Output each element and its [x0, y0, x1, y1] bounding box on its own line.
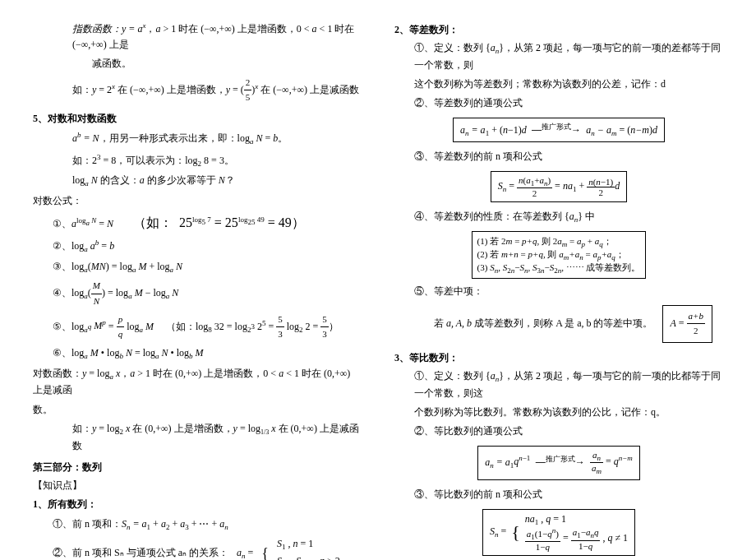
log-fun-desc: 对数函数：y = loga x，a > 1 时在 (0,+∞) 上是增函数，0 …	[33, 366, 362, 399]
seq-1-title: 1、所有数列：	[33, 497, 362, 512]
arith-prop-label: ④、等差数列的性质：在等差数列 {an} 中	[394, 209, 723, 226]
geom-sum-label: ③、等比数列的前 n 项和公式	[394, 487, 723, 502]
log-formula-4: ④、loga(MN) = loga M − loga N	[33, 279, 362, 308]
document-page: 指数函数：y = ax，a > 1 时在 (−∞,+∞) 上是增函数，0 < a…	[33, 16, 723, 560]
arith-def: ①、定义：数列 {an}，从第 2 项起，每一项与它的前一项的差都等于同一个常数…	[394, 40, 723, 73]
arith-mid-label: ⑤、等差中项：	[394, 284, 723, 299]
section-2-title: 2、等差数列：	[394, 23, 723, 37]
exp-fun-desc: 指数函数：y = ax，a > 1 时在 (−∞,+∞) 上是增函数，0 < a…	[33, 20, 362, 53]
log-def-3: loga N 的含义：a 的多少次幂等于 N？	[33, 173, 362, 190]
geom-def-cont: 个数列称为等比数列。常数称为该数列的公比，记作：q。	[394, 405, 723, 420]
log-formula-3: ③、loga(MN) = loga M + loga N	[33, 259, 362, 276]
arith-prop-box: (1) 若 2m = p+q, 则 2am = ap + aq； (2) 若 m…	[394, 231, 723, 280]
log-formula-header: 对数公式：	[33, 193, 362, 209]
left-column: 指数函数：y = ax，a > 1 时在 (−∞,+∞) 上是增函数，0 < a…	[33, 16, 362, 560]
arith-sum-formula: Sn = n(a1+an)2 = na1 + n(n−1)2d	[394, 169, 723, 204]
part-3-title: 第三部分：数列	[33, 460, 362, 474]
seq-1-sum: ①、前 n 项和：Sn = a1 + a2 + a3 + ⋯ + an	[33, 516, 362, 534]
section-3-title: 3、等比数列：	[394, 351, 723, 365]
log-formula-2: ②、loga ab = b	[33, 237, 362, 256]
log-def-1: ab = N，用另一种形式表示出来，即：loga N = b。	[33, 129, 362, 148]
section-5-title: 5、对数和对数函数	[33, 112, 362, 126]
log-def-2: 如：23 = 8，可以表示为：log2 8 = 3。	[33, 151, 362, 170]
arith-general-formula: an = a1 + (n−1)d —推广形式→ an − am = (n−m)d	[394, 116, 723, 143]
exp-fun-desc-cont: 减函数。	[33, 56, 362, 72]
knowledge-label: 【知识点】	[33, 478, 362, 493]
log-formula-5: ⑤、logaq Mp = pq loga M （如：log8 32 = log2…	[33, 312, 362, 342]
log-fun-example: 如：y = log2 x 在 (0,+∞) 上是增函数，y = log1/3 x…	[33, 421, 362, 454]
exp-fun-example: 如：y = 2x 在 (−∞,+∞) 上是增函数，y = (25)x 在 (−∞…	[33, 76, 362, 105]
geom-general-label: ②、等比数列的通项公式	[394, 423, 723, 439]
seq-1-relation-label: ②、前 n 项和 Sₙ 与通项公式 aₙ 的关系：	[53, 545, 228, 560]
arith-general-label: ②、等差数列的通项公式	[394, 95, 723, 111]
geom-sum-formula: Sn = { na1 , q = 1 a1(1−qn)1−q = a1−anq1…	[394, 507, 723, 558]
log-formula-6: ⑥、loga M • logb N = loga N • logb M	[33, 345, 362, 363]
right-column: 2、等差数列： ①、定义：数列 {an}，从第 2 项起，每一项与它的前一项的差…	[394, 16, 723, 560]
log-fun-desc-cont: 数。	[33, 402, 362, 418]
seq-1-relation: ②、前 n 项和 Sₙ 与通项公式 aₙ 的关系： an = { S1 , n …	[33, 536, 362, 560]
log-formula-1: ①、aloga N = N （如： 25log5 7 = 25log25 49 …	[33, 212, 362, 234]
geom-general-formula: an = a1qn−1 —推广形式→ anam = qn−m	[394, 444, 723, 481]
arith-def-cont: 这个数列称为等差数列；常数称为该数列的公差，记作：d	[394, 76, 723, 92]
arith-mid-text: 若 a, A, b 成等差数列，则称 A 是 a, b 的等差中项。 A = a…	[394, 303, 723, 345]
arith-sum-label: ③、等差数列的前 n 项和公式	[394, 149, 723, 164]
geom-def: ①、定义：数列 {an}，从第 2 项起，每一项与它的前一项的比都等于同一个常数…	[394, 368, 723, 401]
